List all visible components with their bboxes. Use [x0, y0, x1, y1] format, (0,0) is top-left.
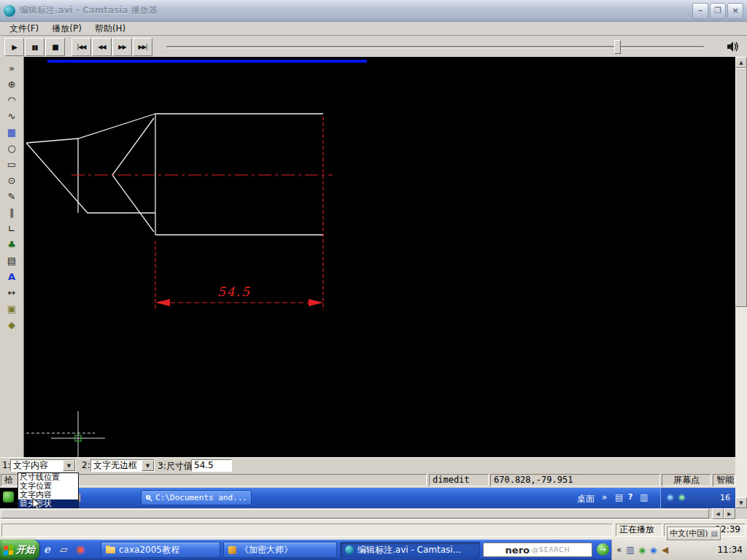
cad-canvas: 54.5 — [0, 57, 735, 457]
camtasia-app-icon — [4, 5, 15, 17]
horizontal-scrollbar[interactable]: ◀ ▶ — [0, 508, 735, 519]
menu-play[interactable]: 播放(P) — [45, 23, 88, 35]
cad-status-bar: 拾 dimedit 670.828,-79.951 屏幕点 智能 — [0, 472, 735, 488]
dimension-arrow-left — [155, 299, 170, 306]
menu-file[interactable]: 文件(F) — [3, 23, 45, 35]
seek-thumb[interactable] — [614, 40, 621, 54]
desktop-band-label: 桌面 — [577, 493, 595, 505]
dropdown-item-dimline-position: 尺寸线位置 — [18, 473, 78, 482]
rewind-button[interactable]: ◀◀ — [92, 38, 112, 56]
last-frame-button[interactable]: ▶▶| — [133, 38, 152, 56]
seek-slider[interactable] — [166, 46, 704, 48]
help-icon: ? — [628, 492, 632, 502]
tray-collapse-chevron[interactable]: « — [616, 545, 622, 555]
volume-icon[interactable]: ◀ — [662, 545, 668, 555]
dimension-icon: ↔ — [3, 285, 20, 300]
menu-help[interactable]: 帮助(H) — [88, 23, 132, 35]
language-label: 中文(中国) — [670, 528, 708, 539]
windows-flag-icon — [4, 545, 13, 555]
search-icon — [145, 494, 152, 502]
camtasia-player-window: 编辑标注.avi - Camtasia 播放器 – ❐ × 文件(F) 播放(P… — [0, 0, 747, 560]
quicklaunch-desktop-icon[interactable]: ▱ — [60, 543, 68, 555]
clock: 11:34 — [717, 545, 743, 555]
update-icon[interactable]: ◉ — [639, 545, 646, 555]
recorded-task-button: C:\Documents and... — [141, 490, 252, 505]
window-title: 编辑标注.avi - Camtasia 播放器 — [20, 4, 691, 17]
nero-search-band[interactable]: nero @SEARCH — [483, 542, 592, 557]
nero-search-label: @SEARCH — [532, 546, 570, 553]
player-statusbar: 正在播放 12:39 — [0, 519, 747, 540]
task-button-camtasia[interactable]: 编辑标注.avi - Camtasi... — [340, 542, 480, 558]
crosshair-cursor — [26, 411, 105, 457]
chevron-right-icon: » — [602, 492, 607, 502]
grid-icon: ▤ — [3, 253, 20, 268]
stop-button[interactable]: ■ — [45, 38, 65, 56]
pencil-icon: ✎ — [3, 189, 20, 203]
cad-tool-palette: » ⊕ ◠ ∿ ▦ ○ ▭ ⊙ ✎ ∥ ∟ ♣ ▤ A ↔ ▣ ◆ — [0, 57, 24, 457]
network-icon: ◉ — [667, 492, 674, 502]
language-bar[interactable]: 中文(中国) ▤ — [667, 526, 721, 540]
scroll-right-button[interactable]: ▶ — [724, 508, 735, 519]
point-icon: ⊙ — [3, 173, 20, 187]
tray-fragment-icon — [3, 491, 14, 502]
display-icon: ▥ — [640, 492, 648, 502]
network-icon[interactable]: ◉ — [650, 545, 657, 555]
keyboard-icon: ▤ — [615, 492, 623, 502]
chevron-down-icon: ▼ — [63, 460, 75, 471]
scroll-up-button[interactable]: ▲ — [735, 57, 747, 68]
quicklaunch-media-icon[interactable]: ◉ — [76, 543, 85, 555]
quicklaunch-ie-icon[interactable]: e — [44, 543, 50, 555]
minimize-button[interactable]: – — [692, 3, 708, 19]
vertical-scrollbar[interactable]: ▲ ▼ — [735, 57, 747, 508]
dimension-value-text: 54.5 — [217, 284, 251, 299]
modify-icon: ▣ — [3, 301, 20, 316]
pause-button[interactable]: ▮▮ — [25, 38, 44, 56]
task-label: 《加密大师》 — [240, 544, 293, 556]
restore-button[interactable]: ❐ — [710, 3, 726, 19]
dimension-annotation: 54.5 — [155, 117, 323, 310]
dropdown-item-arrow-shape: 箭头形状 — [18, 499, 78, 508]
dropdown-list: 尺寸线位置 文字位置 文字内容 箭头形状 — [18, 472, 79, 508]
part-outline — [26, 114, 323, 235]
play-button[interactable]: ▶ — [4, 38, 24, 56]
ellipse-icon: ○ — [3, 141, 20, 155]
highlight-line — [47, 60, 367, 63]
arc-icon: ◠ — [3, 93, 20, 107]
display-icon[interactable]: ▥ — [626, 545, 634, 555]
pan-icon: » — [3, 61, 20, 75]
volume-button[interactable] — [724, 39, 743, 55]
task-button-encryption[interactable]: 《加密大师》 — [223, 542, 337, 558]
first-frame-button[interactable]: |◀◀ — [71, 38, 91, 56]
dropdown-item-text-position: 文字位置 — [18, 482, 78, 491]
recorded-clock: 16 — [720, 493, 730, 502]
taskbar: 开始 e ▱ ◉ caxa2005教程 《加密大师》 编辑标注.avi - Ca… — [0, 540, 747, 560]
titlebar: 编辑标注.avi - Camtasia 播放器 – ❐ × — [0, 0, 747, 22]
parallel-icon: ∥ — [3, 205, 20, 219]
task-button-caxa[interactable]: caxa2005教程 — [101, 542, 220, 558]
close-button[interactable]: × — [727, 3, 743, 19]
playback-state: 正在播放 — [616, 524, 662, 537]
recorded-taskbar: ◉ e ◉ ▣ C:\Documents and... 桌面 » ▤ ? ▥ ◉… — [24, 488, 735, 508]
start-button[interactable]: 开始 — [0, 540, 39, 560]
param2-combobox: 文字无边框 ▼ — [90, 459, 155, 472]
dimension-arrow-right — [309, 299, 323, 306]
scroll-left-button[interactable]: ◀ — [712, 508, 724, 519]
horizontal-scroll-thumb[interactable] — [1, 509, 709, 518]
recorded-tray: ◉ ◉ 16 — [660, 488, 735, 508]
forward-button[interactable]: ▶▶ — [112, 38, 132, 56]
axis-icon: ∟ — [3, 221, 20, 236]
search-go-button[interactable]: → — [597, 543, 609, 556]
mouse-cursor — [32, 497, 41, 508]
chevron-down-icon: ▼ — [142, 460, 154, 471]
param3-label: 3:尺寸值 — [158, 460, 193, 472]
point-mode-field: 屏幕点 — [662, 474, 711, 486]
dropdown-item-text-content: 文字内容 — [18, 491, 78, 499]
cad-options-row: 1: 文字内容 ▼ 2: 文字无边框 ▼ 3:尺寸值 54.5 — [0, 457, 735, 472]
hatch-icon: ♣ — [3, 237, 20, 252]
menubar: 文件(F) 播放(P) 帮助(H) — [0, 22, 747, 36]
vertical-scroll-thumb[interactable] — [735, 68, 747, 307]
snap-mode-field: 智能 — [713, 474, 735, 486]
folder-icon — [106, 547, 115, 553]
scroll-down-button[interactable]: ▼ — [735, 497, 747, 508]
video-area[interactable]: 54.5 » ⊕ ◠ ∿ ▦ ○ ▭ ⊙ ✎ ∥ ∟ ♣ ▤ A ↔ — [0, 57, 735, 508]
